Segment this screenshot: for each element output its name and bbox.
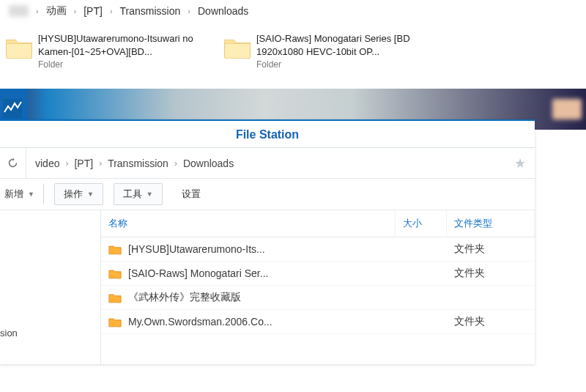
refresh-button[interactable] — [0, 148, 26, 179]
file-type — [447, 292, 535, 303]
path-toolbar: video › [PT] › Transmission › Downloads … — [0, 148, 535, 179]
breadcrumb-item[interactable]: Transmission — [108, 158, 168, 169]
file-name: 《武林外传》完整收藏版 — [128, 291, 241, 304]
folder-icon — [3, 32, 35, 62]
breadcrumb-item[interactable]: [PT] — [84, 5, 103, 17]
breadcrumb-item[interactable]: Downloads — [198, 5, 248, 17]
button-label: 工具 — [123, 188, 142, 201]
file-size — [396, 244, 447, 254]
file-name: My.Own.Swordsman.2006.Co... — [128, 316, 272, 328]
table-row[interactable]: [SAIO-Raws] Monogatari Ser...文件夹 — [101, 262, 535, 286]
caret-down-icon: ▼ — [146, 191, 153, 198]
folder-type: Folder — [38, 59, 208, 70]
file-type: 文件夹 — [447, 262, 535, 285]
favorite-star-icon[interactable]: ★ — [505, 155, 535, 171]
column-name[interactable]: 名称 — [101, 210, 396, 237]
file-type: 文件夹 — [447, 237, 535, 261]
folder-name: [HYSUB]Utawarerumono-Itsuwari no Kamen-[… — [38, 32, 208, 58]
chevron-right-icon: › — [61, 158, 73, 169]
explorer-folder-item[interactable]: [SAIO-Raws] Monogatari Series [BD 1920x1… — [221, 32, 426, 70]
explorer-file-list: [HYSUB]Utawarerumono-Itsuwari no Kamen-[… — [0, 25, 586, 89]
folder-icon — [108, 268, 122, 279]
chevron-right-icon: › — [31, 7, 43, 15]
file-size — [396, 317, 447, 327]
breadcrumb-item[interactable]: video — [35, 158, 59, 169]
filestation-window-area: File Station video › [PT] › Transmission… — [0, 89, 586, 130]
file-size — [396, 268, 447, 278]
filestation-breadcrumb: video › [PT] › Transmission › Downloads — [26, 158, 505, 169]
windows-explorer: ty › 动画 › [PT] › Transmission › Download… — [0, 0, 586, 89]
breadcrumb-item[interactable]: Downloads — [183, 158, 234, 169]
explorer-breadcrumb: ty › 动画 › [PT] › Transmission › Download… — [0, 0, 586, 25]
file-type: 文件夹 — [447, 310, 535, 333]
chevron-right-icon: › — [183, 7, 195, 15]
file-name: [SAIO-Raws] Monogatari Ser... — [128, 267, 268, 279]
desktop-item-blurred — [552, 99, 582, 119]
folder-icon — [108, 317, 122, 328]
breadcrumb-item[interactable]: [PT] — [74, 158, 93, 169]
table-header: 名称 大小 文件类型 — [101, 210, 535, 237]
file-name: [HYSUB]Utawarerumono-Its... — [128, 243, 265, 255]
folder-icon — [221, 32, 253, 62]
breadcrumb-item[interactable]: Transmission — [120, 5, 181, 17]
button-label: 设置 — [182, 188, 201, 201]
folder-icon — [108, 244, 122, 255]
table-row[interactable]: 《武林外传》完整收藏版 — [101, 286, 535, 310]
filestation-window: File Station video › [PT] › Transmission… — [0, 119, 535, 364]
chevron-right-icon: › — [105, 7, 117, 15]
table-row[interactable]: [HYSUB]Utawarerumono-Its...文件夹 — [101, 237, 535, 262]
chevron-right-icon: › — [170, 158, 182, 169]
caret-down-icon: ▼ — [87, 191, 94, 198]
filestation-file-list: 名称 大小 文件类型 [HYSUB]Utawarerumono-Its...文件… — [101, 210, 535, 364]
table-row[interactable]: My.Own.Swordsman.2006.Co...文件夹 — [101, 310, 535, 334]
settings-button[interactable]: 设置 — [173, 184, 209, 204]
column-size[interactable]: 大小 — [396, 210, 447, 237]
caret-down-icon: ▼ — [28, 191, 34, 198]
chevron-right-icon: › — [70, 7, 81, 15]
folder-name: [SAIO-Raws] Monogatari Series [BD 1920x1… — [256, 32, 426, 58]
folder-type: Folder — [256, 59, 426, 70]
new-button[interactable]: 新增▼ — [0, 184, 44, 204]
folder-icon — [108, 292, 122, 303]
action-toolbar: 新增▼ 操作▼ 工具▼ 设置 — [0, 179, 535, 210]
column-type[interactable]: 文件类型 — [447, 210, 535, 237]
resource-monitor-icon[interactable] — [3, 99, 22, 118]
tools-button[interactable]: 工具▼ — [114, 183, 163, 205]
action-button[interactable]: 操作▼ — [54, 183, 103, 205]
breadcrumb-root[interactable]: ty — [9, 5, 29, 17]
file-size — [396, 292, 447, 303]
breadcrumb-item[interactable]: 动画 — [46, 4, 67, 18]
sidebar-label-fragment: sion — [0, 328, 100, 339]
window-title: File Station — [0, 121, 535, 148]
chevron-right-icon: › — [94, 158, 106, 169]
button-label: 操作 — [64, 188, 83, 201]
button-label: 新增 — [4, 188, 23, 201]
explorer-folder-item[interactable]: [HYSUB]Utawarerumono-Itsuwari no Kamen-[… — [3, 32, 208, 70]
filestation-sidebar: sion — [0, 210, 101, 364]
